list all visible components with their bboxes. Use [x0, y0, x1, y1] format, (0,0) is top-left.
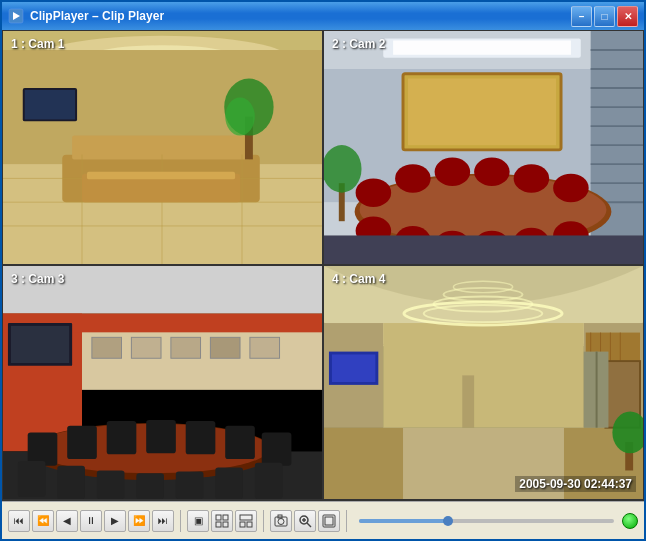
svg-rect-60 [92, 337, 122, 358]
app-icon [8, 8, 24, 24]
slider-fill [359, 519, 448, 523]
svg-rect-21 [87, 172, 235, 180]
rewind-button[interactable]: ⏪ [32, 510, 54, 532]
svg-point-43 [474, 157, 510, 186]
skip-to-start-button[interactable]: ⏮ [8, 510, 30, 532]
fast-forward-icon: ⏩ [133, 515, 145, 526]
svg-rect-72 [107, 421, 137, 454]
svg-rect-118 [247, 522, 252, 527]
svg-rect-78 [57, 466, 85, 499]
svg-rect-111 [462, 375, 474, 427]
cam3-label: 3 : Cam 3 [11, 272, 64, 286]
layout-2x2-button[interactable] [211, 510, 233, 532]
svg-rect-106 [332, 354, 375, 382]
camera-4-cell[interactable]: 4 : Cam 4 [323, 265, 644, 500]
svg-point-17 [225, 98, 255, 136]
svg-rect-64 [250, 337, 280, 358]
cam1-label: 1 : Cam 1 [11, 37, 64, 51]
svg-rect-26 [591, 31, 643, 264]
cam2-label: 2 : Cam 2 [332, 37, 385, 51]
layout-1x1-icon: ▣ [194, 515, 203, 526]
svg-rect-61 [131, 337, 161, 358]
play-pause-icon: ⏸ [86, 515, 96, 526]
svg-rect-52 [324, 235, 643, 264]
svg-rect-90 [324, 428, 403, 499]
snapshot-button[interactable] [270, 510, 292, 532]
zoom-in-button[interactable] [294, 510, 316, 532]
timestamp: 2005-09-30 02:44:37 [515, 476, 636, 492]
cam4-label: 4 : Cam 4 [332, 272, 385, 286]
minimize-button[interactable]: – [571, 6, 592, 27]
camera-3-cell[interactable]: 3 : Cam 3 [2, 265, 323, 500]
svg-rect-74 [186, 421, 216, 454]
svg-rect-114 [216, 522, 221, 527]
svg-rect-37 [408, 79, 556, 146]
video-grid: 1 : Cam 1 [2, 30, 644, 501]
title-bar: ClipPlayer – Clip Player – □ ✕ [2, 2, 644, 30]
svg-rect-81 [176, 471, 204, 499]
fast-forward-button[interactable]: ⏩ [128, 510, 150, 532]
skip-to-end-button[interactable]: ⏭ [152, 510, 174, 532]
zoom-fit-icon [322, 514, 336, 528]
separator-1 [180, 510, 181, 532]
step-back-icon: ◀ [63, 515, 71, 526]
svg-rect-75 [225, 426, 255, 459]
skip-end-icon: ⏭ [158, 515, 168, 526]
svg-rect-66 [11, 326, 69, 363]
svg-rect-19 [25, 90, 75, 119]
svg-rect-70 [28, 432, 58, 465]
svg-rect-127 [325, 517, 333, 525]
layout-1x1-button[interactable]: ▣ [187, 510, 209, 532]
svg-rect-8 [72, 136, 250, 160]
step-back-button[interactable]: ◀ [56, 510, 78, 532]
zoom-fit-button[interactable] [318, 510, 340, 532]
slider-thumb[interactable] [443, 516, 453, 526]
svg-rect-115 [223, 522, 228, 527]
layout-custom-icon [239, 514, 253, 528]
step-forward-button[interactable]: ▶ [104, 510, 126, 532]
step-forward-icon: ▶ [111, 515, 119, 526]
maximize-button[interactable]: □ [594, 6, 615, 27]
svg-rect-93 [383, 323, 583, 428]
window-controls: – □ ✕ [571, 6, 638, 27]
svg-point-40 [356, 178, 392, 207]
separator-2 [263, 510, 264, 532]
snapshot-icon [274, 514, 288, 528]
svg-rect-116 [240, 515, 252, 520]
play-pause-button[interactable]: ⏸ [80, 510, 102, 532]
svg-rect-24 [393, 41, 571, 55]
svg-rect-71 [67, 426, 97, 459]
skip-start-icon: ⏮ [14, 515, 24, 526]
camera-1-cell[interactable]: 1 : Cam 1 [2, 30, 323, 265]
svg-rect-83 [255, 463, 283, 499]
zoom-in-icon [298, 514, 312, 528]
svg-line-123 [307, 523, 311, 527]
svg-point-44 [514, 164, 550, 193]
svg-rect-63 [210, 337, 240, 358]
main-window: ClipPlayer – Clip Player – □ ✕ [0, 0, 646, 541]
svg-point-45 [553, 174, 589, 203]
svg-point-41 [395, 164, 431, 193]
slider-track[interactable] [359, 519, 614, 523]
svg-rect-73 [146, 420, 176, 453]
playback-slider-container [353, 519, 620, 523]
toolbar: ⏮ ⏪ ◀ ⏸ ▶ ⏩ ⏭ ▣ [2, 501, 644, 539]
separator-3 [346, 510, 347, 532]
svg-rect-112 [216, 515, 221, 520]
camera-2-cell[interactable]: 2 : Cam 2 [323, 30, 644, 265]
close-button[interactable]: ✕ [617, 6, 638, 27]
svg-point-42 [435, 157, 471, 186]
rewind-icon: ⏪ [37, 515, 49, 526]
connection-status-indicator [622, 513, 638, 529]
svg-rect-62 [171, 337, 201, 358]
svg-point-120 [278, 518, 284, 524]
layout-2x2-icon [215, 514, 229, 528]
svg-rect-117 [240, 522, 245, 527]
layout-custom-button[interactable] [235, 510, 257, 532]
svg-rect-82 [215, 468, 243, 499]
svg-rect-80 [136, 473, 164, 499]
window-title: ClipPlayer – Clip Player [30, 9, 571, 23]
svg-rect-79 [97, 470, 125, 499]
svg-rect-113 [223, 515, 228, 520]
svg-rect-77 [18, 461, 46, 497]
